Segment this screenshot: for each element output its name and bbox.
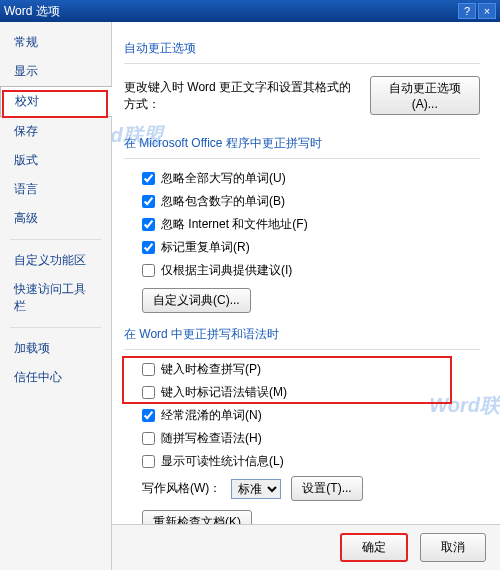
main-panel: Word联盟 Word联盟 自动更正选项 更改键入时 Word 更正文字和设置其… (112, 22, 500, 570)
help-button[interactable]: ? (458, 3, 476, 19)
section-autocorrect-title: 自动更正选项 (124, 30, 480, 64)
recheck-button[interactable]: 重新检查文档(K) (142, 510, 252, 524)
chk-main-dict[interactable] (142, 264, 155, 277)
cancel-button[interactable]: 取消 (420, 533, 486, 562)
lbl-ignore-internet: 忽略 Internet 和文件地址(F) (161, 216, 308, 233)
chk-ignore-caps[interactable] (142, 172, 155, 185)
autocorrect-desc: 更改键入时 Word 更正文字和设置其格式的方式： (124, 79, 362, 113)
sidebar-item-proofing[interactable]: 校对 (0, 86, 112, 117)
custom-dict-button[interactable]: 自定义词典(C)... (142, 288, 251, 313)
section-word-title: 在 Word 中更正拼写和语法时 (124, 316, 480, 350)
close-button[interactable]: × (478, 3, 496, 19)
titlebar: Word 选项 ? × (0, 0, 500, 22)
footer: 确定 取消 (112, 524, 500, 570)
chk-flag-repeat[interactable] (142, 241, 155, 254)
sidebar: 常规 显示 校对 保存 版式 语言 高级 自定义功能区 快速访问工具栏 加载项 … (0, 22, 112, 570)
chk-check-spelling[interactable] (142, 363, 155, 376)
settings-button[interactable]: 设置(T)... (291, 476, 362, 501)
scroll-area[interactable]: Word联盟 Word联盟 自动更正选项 更改键入时 Word 更正文字和设置其… (112, 22, 500, 524)
chk-confused-words[interactable] (142, 409, 155, 422)
chk-ignore-internet[interactable] (142, 218, 155, 231)
sidebar-item-language[interactable]: 语言 (0, 175, 111, 204)
sidebar-item-layout[interactable]: 版式 (0, 146, 111, 175)
sidebar-item-trust[interactable]: 信任中心 (0, 363, 111, 392)
lbl-check-spelling: 键入时检查拼写(P) (161, 361, 261, 378)
sidebar-item-advanced[interactable]: 高级 (0, 204, 111, 233)
lbl-confused-words: 经常混淆的单词(N) (161, 407, 262, 424)
lbl-flag-repeat: 标记重复单词(R) (161, 239, 250, 256)
writing-style-label: 写作风格(W)： (142, 480, 221, 497)
sidebar-item-qat[interactable]: 快速访问工具栏 (0, 275, 111, 321)
lbl-readability: 显示可读性统计信息(L) (161, 453, 284, 470)
section-office-title: 在 Microsoft Office 程序中更正拼写时 (124, 125, 480, 159)
window-buttons: ? × (458, 3, 496, 19)
divider (10, 327, 101, 328)
lbl-main-dict: 仅根据主词典提供建议(I) (161, 262, 292, 279)
sidebar-item-general[interactable]: 常规 (0, 28, 111, 57)
chk-grammar-with-spell[interactable] (142, 432, 155, 445)
lbl-grammar-with-spell: 随拼写检查语法(H) (161, 430, 262, 447)
autocorrect-options-button[interactable]: 自动更正选项(A)... (370, 76, 480, 115)
lbl-ignore-caps: 忽略全部大写的单词(U) (161, 170, 286, 187)
window-title: Word 选项 (4, 3, 60, 20)
ok-button[interactable]: 确定 (340, 533, 408, 562)
sidebar-item-customize-ribbon[interactable]: 自定义功能区 (0, 246, 111, 275)
sidebar-item-addins[interactable]: 加载项 (0, 334, 111, 363)
divider (10, 239, 101, 240)
chk-mark-grammar[interactable] (142, 386, 155, 399)
sidebar-item-save[interactable]: 保存 (0, 117, 111, 146)
chk-readability[interactable] (142, 455, 155, 468)
lbl-mark-grammar: 键入时标记语法错误(M) (161, 384, 287, 401)
sidebar-item-display[interactable]: 显示 (0, 57, 111, 86)
lbl-ignore-numbers: 忽略包含数字的单词(B) (161, 193, 285, 210)
chk-ignore-numbers[interactable] (142, 195, 155, 208)
writing-style-select[interactable]: 标准 (231, 479, 281, 499)
